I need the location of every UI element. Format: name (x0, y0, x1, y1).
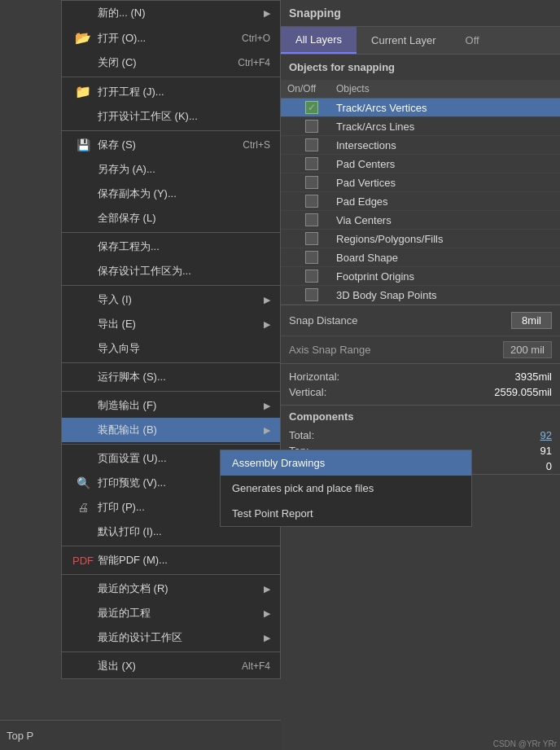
table-row[interactable]: Pad Centers (281, 155, 560, 173)
menu-item-fabrication-output-label: 制造输出 (F) (98, 398, 264, 413)
table-row[interactable]: Regions/Polygons/Fills (281, 230, 560, 248)
menu-item-close[interactable]: 关闭 (C) Ctrl+F4 (62, 50, 280, 75)
checkbox-intersections[interactable] (305, 138, 318, 151)
objects-for-snapping-header: Objects for snapping (281, 55, 560, 80)
menu-item-assembly-output[interactable]: 装配输出 (B) ▶ (62, 418, 280, 442)
object-name-3d-body-snap-points: 3D Body Snap Points (336, 289, 553, 301)
menu-divider (62, 391, 280, 392)
menu-item-import-wizard[interactable]: 导入向导 (62, 336, 280, 361)
snap-distance-value[interactable]: 8mil (511, 312, 552, 329)
checkbox-3d-body-snap-points[interactable] (305, 288, 318, 301)
table-row[interactable]: ✓ Track/Arcs Vertices (281, 99, 560, 117)
table-row[interactable]: Track/Arcs Lines (281, 117, 560, 136)
col-header-onoff: On/Off (287, 83, 336, 94)
menu-item-new[interactable]: 新的... (N) ▶ (62, 1, 280, 25)
checkbox-track-arcs-lines[interactable] (305, 120, 318, 133)
menu-item-run-script[interactable]: 运行脚本 (S)... (62, 365, 280, 389)
menu-item-smart-pdf-label: 智能PDF (M)... (98, 553, 270, 568)
menu-item-save-project[interactable]: 保存工程为... (62, 235, 280, 259)
menu-divider (62, 651, 280, 652)
print-preview-icon: 🔍 (72, 476, 94, 489)
menu-item-open-workspace[interactable]: 打开设计工作区 (K)... (62, 104, 280, 129)
submenu-item-test-point-report[interactable]: Test Point Report (221, 501, 471, 526)
checkbox-footprint-origins[interactable] (305, 270, 318, 283)
menu-item-save-as[interactable]: 另存为 (A)... (62, 157, 280, 182)
menu-item-save-shortcut: Ctrl+S (243, 139, 270, 151)
menu-divider (62, 444, 280, 445)
vertical-value: 2559.055mil (494, 386, 552, 398)
menu-item-fabrication-output[interactable]: 制造输出 (F) ▶ (62, 393, 280, 418)
checkbox-cell[interactable] (287, 213, 336, 226)
tab-current-layer[interactable]: Current Layer (357, 27, 450, 54)
menu-item-export[interactable]: 导出 (E) ▶ (62, 312, 280, 336)
checkbox-cell[interactable] (287, 138, 336, 151)
menu-item-open-label: 打开 (O)... (98, 31, 225, 46)
menu-item-exit-label: 退出 (X) (98, 659, 225, 673)
menu-item-open-project[interactable]: 📁 打开工程 (J)... (62, 79, 280, 104)
menu-item-save-workspace[interactable]: 保存设计工作区为... (62, 259, 280, 283)
submenu-arrow-icon: ▶ (264, 8, 270, 19)
menu-item-save-workspace-label: 保存设计工作区为... (98, 264, 270, 279)
checkbox-cell[interactable] (287, 251, 336, 264)
axis-snap-label: Axis Snap Range (289, 344, 503, 356)
table-row[interactable]: Pad Edges (281, 192, 560, 211)
axis-snap-value[interactable]: 200 mil (503, 341, 552, 358)
table-row[interactable]: Board Shape (281, 248, 560, 267)
total-value[interactable]: 92 (540, 429, 552, 441)
checkbox-cell[interactable]: ✓ (287, 101, 336, 114)
coordinates-section: Horizontal: 3935mil Vertical: 2559.055mi… (281, 363, 560, 405)
checkbox-cell[interactable] (287, 195, 336, 208)
checkbox-pad-vertices[interactable] (305, 176, 318, 189)
menu-item-save-all[interactable]: 全部保存 (L) (62, 206, 280, 230)
menu-item-open[interactable]: 📂 打开 (O)... Ctrl+O (62, 25, 280, 50)
menu-item-recent-workspaces[interactable]: 最近的设计工作区 ▶ (62, 625, 280, 650)
table-row[interactable]: 3D Body Snap Points (281, 286, 560, 305)
menu-item-open-workspace-label: 打开设计工作区 (K)... (98, 109, 270, 124)
submenu-arrow-icon: ▶ (264, 584, 270, 594)
menu-item-save-copy[interactable]: 保存副本为 (Y)... (62, 182, 280, 206)
table-row[interactable]: Via Centers (281, 211, 560, 230)
menu-item-exit[interactable]: 退出 (X) Alt+F4 (62, 654, 280, 678)
horizontal-value: 3935mil (514, 371, 552, 383)
menu-item-open-shortcut: Ctrl+O (242, 33, 270, 44)
object-name-footprint-origins: Footprint Origins (336, 270, 553, 283)
checkbox-board-shape[interactable] (305, 251, 318, 264)
vertical-coord-row: Vertical: 2559.055mil (289, 384, 552, 400)
submenu-item-assembly-drawings[interactable]: Assembly Drawings (221, 450, 471, 476)
checkbox-cell[interactable] (287, 157, 336, 170)
checkbox-cell[interactable] (287, 120, 336, 133)
horizontal-label: Horizontal: (289, 371, 339, 383)
checkbox-cell[interactable] (287, 232, 336, 245)
save-icon: 💾 (72, 138, 94, 151)
menu-item-recent-docs[interactable]: 最近的文档 (R) ▶ (62, 577, 280, 601)
status-bar-text: Top P (7, 730, 33, 742)
submenu-item-test-point-report-label: Test Point Report (232, 507, 313, 520)
menu-item-save[interactable]: 💾 保存 (S) Ctrl+S (62, 133, 280, 157)
tab-all-layers[interactable]: All Layers (281, 27, 357, 54)
submenu-arrow-icon: ▶ (264, 401, 270, 411)
checkbox-cell[interactable] (287, 288, 336, 301)
menu-item-recent-docs-label: 最近的文档 (R) (98, 581, 264, 596)
table-row[interactable]: Intersections (281, 136, 560, 155)
checkbox-track-arcs-vertices[interactable]: ✓ (305, 101, 318, 114)
checkbox-regions-polygons-fills[interactable] (305, 232, 318, 245)
menu-item-smart-pdf[interactable]: PDF 智能PDF (M)... (62, 548, 280, 572)
checkbox-pad-edges[interactable] (305, 195, 318, 208)
checkbox-via-centers[interactable] (305, 213, 318, 226)
menu-item-recent-projects[interactable]: 最近的工程 ▶ (62, 601, 280, 625)
table-column-headers: On/Off Objects (281, 80, 560, 99)
menu-item-save-copy-label: 保存副本为 (Y)... (98, 186, 270, 201)
table-row[interactable]: Pad Vertices (281, 173, 560, 192)
checkbox-pad-centers[interactable] (305, 157, 318, 170)
checkbox-cell[interactable] (287, 270, 336, 283)
menu-divider (62, 546, 280, 546)
menu-item-import-label: 导入 (I) (98, 292, 264, 307)
table-row[interactable]: Footprint Origins (281, 267, 560, 286)
checkbox-cell[interactable] (287, 176, 336, 189)
snap-distance-label: Snap Distance (289, 314, 511, 327)
tab-off[interactable]: Off (451, 27, 494, 54)
menu-item-import[interactable]: 导入 (I) ▶ (62, 287, 280, 312)
object-name-intersections: Intersections (336, 139, 553, 151)
menu-divider (62, 130, 280, 131)
submenu-item-pick-place[interactable]: Generates pick and place files (221, 476, 471, 501)
